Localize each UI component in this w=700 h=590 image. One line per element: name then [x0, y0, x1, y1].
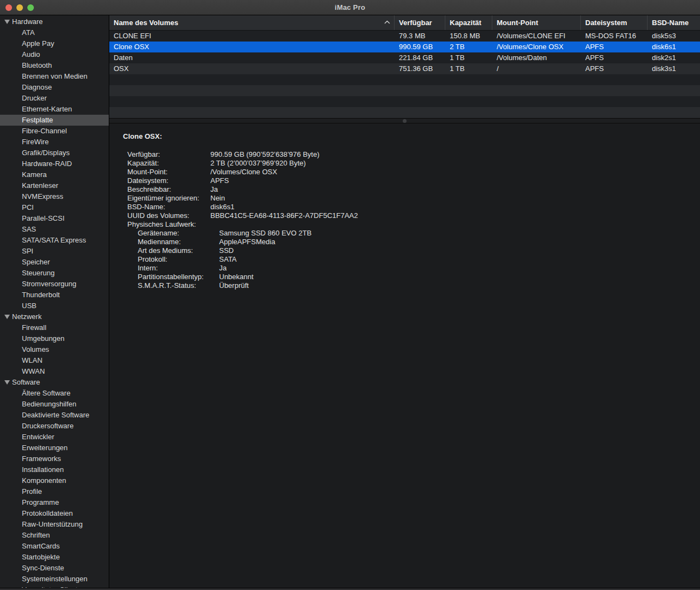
sidebar-item-grafik-displays[interactable]: Grafik/Displays [0, 148, 109, 158]
window-titlebar[interactable]: iMac Pro [0, 0, 700, 15]
detail-label: Beschreibbar: [127, 185, 210, 194]
sidebar-item-druckersoftware[interactable]: Druckersoftware [0, 421, 109, 432]
column-header-mount-point[interactable]: Mount-Point [492, 15, 581, 30]
column-header-verfügbar[interactable]: Verfügbar [395, 15, 445, 30]
sidebar-item-pci[interactable]: PCI [0, 202, 109, 213]
volume-row-daten[interactable]: Daten221.84 GB1 TB/Volumes/DatenAPFSdisk… [109, 52, 700, 63]
column-header-label: Dateisystem [585, 19, 627, 27]
detail-label: S.M.A.R.T.-Status: [138, 281, 219, 290]
sidebar-item-volumes[interactable]: Volumes [0, 344, 109, 355]
sidebar-item-sas[interactable]: SAS [0, 224, 109, 235]
cell-verfügbar: 221.84 GB [395, 52, 445, 63]
sidebar-item-protokolldateien[interactable]: Protokolldateien [0, 508, 109, 519]
sidebar-item-parallel-scsi[interactable]: Parallel-SCSI [0, 213, 109, 224]
detail-label: Verfügbar: [127, 150, 210, 159]
sidebar-item-usb[interactable]: USB [0, 300, 109, 311]
volume-row-clone-efi[interactable]: CLONE EFI79.3 MB150.8 MB/Volumes/CLONE E… [109, 31, 700, 42]
sidebar-item-speicher[interactable]: Speicher [0, 257, 109, 268]
sidebar-item-spi[interactable]: SPI [0, 246, 109, 257]
sidebar-item-kartenleser[interactable]: Kartenleser [0, 180, 109, 191]
sidebar-item-schriften[interactable]: Schriften [0, 530, 109, 541]
cell-dateisystem: APFS [581, 63, 648, 74]
sidebar-group-netzwerk[interactable]: Netzwerk [0, 311, 109, 322]
detail-value: Ja [210, 185, 700, 194]
sidebar-item-smartcards[interactable]: SmartCards [0, 541, 109, 552]
sidebar-group-hardware[interactable]: Hardware [0, 16, 109, 27]
sidebar-item-programme[interactable]: Programme [0, 497, 109, 508]
sidebar-item-wwan[interactable]: WWAN [0, 366, 109, 377]
sidebar-item-ethernet-karten[interactable]: Ethernet-Karten [0, 104, 109, 115]
sidebar-item-ältere-software[interactable]: Ältere Software [0, 388, 109, 399]
cell-name-des-volumes: CLONE EFI [109, 31, 395, 42]
sidebar-item-kamera[interactable]: Kamera [0, 169, 109, 180]
detail-label: Partitionstabellentyp: [138, 273, 219, 281]
sidebar-item-erweiterungen[interactable]: Erweiterungen [0, 442, 109, 453]
detail-value: AppleAPFSMedia [219, 238, 700, 246]
sidebar-item-sync-dienste[interactable]: Sync-Dienste [0, 563, 109, 574]
sidebar-item-brennen-von-medien[interactable]: Brennen von Medien [0, 71, 109, 82]
sidebar-item-komponenten[interactable]: Komponenten [0, 475, 109, 486]
column-header-bsd-name[interactable]: BSD-Name [648, 15, 700, 30]
window-title: iMac Pro [0, 0, 700, 15]
sidebar-item-bedienungshilfen[interactable]: Bedienungshilfen [0, 399, 109, 410]
sidebar-item-ata[interactable]: ATA [0, 27, 109, 38]
empty-table-row[interactable] [109, 107, 700, 118]
disclosure-triangle-icon[interactable] [4, 315, 10, 319]
sidebar-group-label: Software [12, 377, 40, 388]
sidebar-item-fibre-channel[interactable]: Fibre-Channel [0, 126, 109, 137]
sidebar-item-festplatte[interactable]: Festplatte [0, 115, 109, 126]
detail-row-s-m-a-r-t-status: S.M.A.R.T.-Status:Überprüft [109, 281, 700, 290]
sidebar-item-steuerung[interactable]: Steuerung [0, 268, 109, 279]
column-header-dateisystem[interactable]: Dateisystem [581, 15, 648, 30]
sidebar-item-hardware-raid[interactable]: Hardware-RAID [0, 158, 109, 169]
sidebar-item-apple-pay[interactable]: Apple Pay [0, 38, 109, 49]
sidebar-item-bluetooth[interactable]: Bluetooth [0, 60, 109, 71]
column-header-name-des-volumes[interactable]: Name des Volumes [109, 15, 395, 30]
detail-row-mount-point: Mount-Point:/Volumes/Clone OSX [109, 168, 700, 176]
pane-splitter[interactable] [109, 118, 700, 123]
sidebar-item-sata-sata-express[interactable]: SATA/SATA Express [0, 235, 109, 246]
cell-name-des-volumes: Daten [109, 52, 395, 63]
sidebar-item-thunderbolt[interactable]: Thunderbolt [0, 290, 109, 300]
detail-value: Unbekannt [219, 273, 700, 281]
sidebar-item-systemeinstellungen[interactable]: Systemeinstellungen [0, 574, 109, 585]
detail-label: UUID des Volumes: [127, 211, 210, 220]
cell-dateisystem: APFS [581, 42, 648, 52]
sidebar-item-stromversorgung[interactable]: Stromversorgung [0, 279, 109, 290]
sidebar-item-startobjekte[interactable]: Startobjekte [0, 552, 109, 563]
empty-table-row[interactable] [109, 85, 700, 96]
empty-table-row[interactable] [109, 96, 700, 107]
sidebar-item-installationen[interactable]: Installationen [0, 464, 109, 475]
empty-table-row[interactable] [109, 74, 700, 85]
disclosure-triangle-icon[interactable] [4, 380, 10, 385]
cell-mount-point: /Volumes/CLONE EFI [492, 31, 581, 42]
detail-row-art-des-mediums: Art des Mediums:SSD [109, 246, 700, 255]
sidebar-item-umgebungen[interactable]: Umgebungen [0, 333, 109, 344]
sidebar-item-firewall[interactable]: Firewall [0, 322, 109, 333]
detail-row-partitionstabellentyp: Partitionstabellentyp:Unbekannt [109, 273, 700, 281]
sidebar-item-diagnose[interactable]: Diagnose [0, 82, 109, 93]
sidebar-item-drucker[interactable]: Drucker [0, 93, 109, 104]
sidebar-item-frameworks[interactable]: Frameworks [0, 453, 109, 464]
sidebar-item-wlan[interactable]: WLAN [0, 355, 109, 366]
cell-kapazität: 1 TB [445, 52, 492, 63]
detail-value [210, 220, 700, 229]
detail-row-physisches-laufwerk: Physisches Laufwerk: [109, 220, 700, 229]
sidebar-group-software[interactable]: Software [0, 377, 109, 388]
cell-dateisystem: MS-DOS FAT16 [581, 31, 648, 42]
disclosure-triangle-icon[interactable] [4, 20, 10, 24]
detail-value: Ja [219, 264, 700, 273]
sidebar-item-profile[interactable]: Profile [0, 486, 109, 497]
volume-row-osx[interactable]: OSX751.36 GB1 TB/APFSdisk3s1 [109, 63, 700, 74]
detail-value: APFS [210, 176, 700, 185]
volume-table: CLONE EFI79.3 MB150.8 MB/Volumes/CLONE E… [109, 31, 700, 118]
detail-label: Protokoll: [138, 255, 219, 264]
sidebar-item-firewire[interactable]: FireWire [0, 137, 109, 148]
sidebar-item-raw-unterstützung[interactable]: Raw-Unterstützung [0, 519, 109, 530]
volume-row-clone-osx[interactable]: Clone OSX990.59 GB2 TB/Volumes/Clone OSX… [109, 42, 700, 52]
column-header-kapazität[interactable]: Kapazität [445, 15, 492, 30]
sidebar-item-entwickler[interactable]: Entwickler [0, 432, 109, 442]
sidebar-item-deaktivierte-software[interactable]: Deaktivierte Software [0, 410, 109, 421]
sidebar-item-audio[interactable]: Audio [0, 49, 109, 60]
sidebar-item-nvmexpress[interactable]: NVMExpress [0, 191, 109, 202]
